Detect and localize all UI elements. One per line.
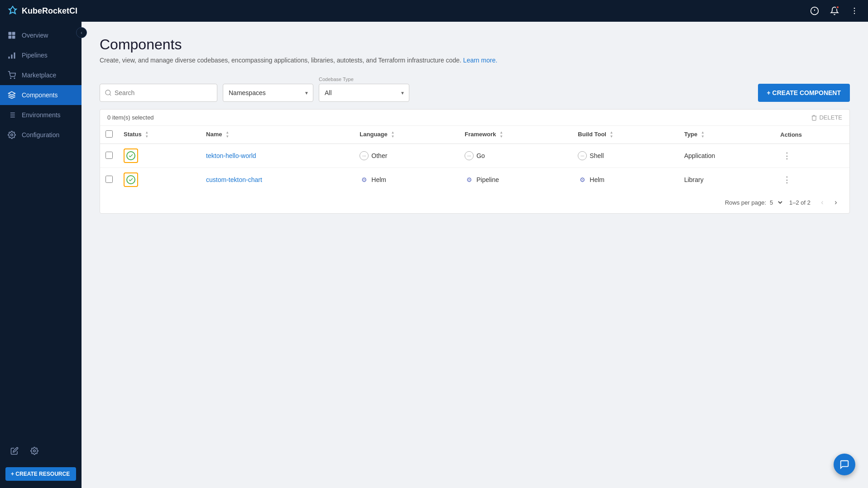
overview-icon [7, 31, 16, 40]
row1-build-tool-icon: ··· [578, 151, 587, 160]
sidebar-item-environments[interactable]: Environments [0, 105, 82, 125]
sidebar-collapse-button[interactable]: ‹ [76, 27, 87, 38]
status-sort-icon[interactable]: ▲▼ [145, 131, 149, 139]
pagination-info: 1–2 of 2 [789, 199, 810, 206]
row2-checkbox[interactable] [106, 176, 113, 183]
sidebar-item-pipelines-label: Pipelines [22, 52, 48, 59]
svg-point-22 [11, 134, 13, 136]
sidebar-item-environments-label: Environments [22, 111, 61, 119]
notification-icon[interactable] [828, 5, 841, 17]
info-icon[interactable] [808, 5, 821, 17]
svg-rect-7 [12, 32, 15, 35]
row1-name-link[interactable]: tekton-hello-world [206, 152, 256, 159]
row1-language-icon: ··· [360, 151, 369, 160]
row2-type-cell: Library [679, 168, 775, 192]
sidebar-item-components[interactable]: Components [0, 85, 82, 105]
row1-actions-cell: ⋮ [775, 144, 849, 168]
sidebar-item-pipelines[interactable]: Pipelines [0, 45, 82, 65]
row1-checkbox[interactable] [106, 152, 113, 159]
sidebar-item-components-label: Components [22, 91, 58, 99]
svg-rect-6 [9, 32, 12, 35]
header-actions: Actions [775, 126, 849, 144]
row2-build-tool-icon: ⚙ [578, 175, 587, 184]
table-row: custom-tekton-chart ⚙ Helm ⚙ Pipeline [100, 168, 849, 192]
create-resource-button[interactable]: + CREATE RESOURCE [5, 467, 76, 481]
svg-rect-12 [14, 53, 15, 59]
name-sort-icon[interactable]: ▲▼ [225, 131, 229, 139]
rows-per-page-select[interactable]: 5 10 25 [768, 199, 784, 206]
learn-more-link[interactable]: Learn more. [463, 57, 497, 64]
header-checkbox-col [100, 126, 118, 144]
row1-checkbox-cell [100, 144, 118, 168]
row1-framework-cell: ··· Go [459, 144, 572, 168]
delete-button[interactable]: DELETE [811, 114, 842, 121]
delete-label: DELETE [819, 114, 842, 121]
row2-framework-icon: ⚙ [465, 175, 474, 184]
navbar: KubeRocketCI [0, 0, 868, 22]
row2-status-check [126, 175, 135, 184]
marketplace-icon [7, 71, 16, 80]
row1-build-tool: ··· Shell [578, 151, 673, 160]
app-brand[interactable]: KubeRocketCI [7, 5, 77, 16]
sidebar-item-marketplace-label: Marketplace [22, 72, 56, 79]
select-all-checkbox[interactable] [106, 130, 113, 138]
svg-point-23 [34, 450, 36, 452]
sidebar-item-marketplace[interactable]: Marketplace [0, 65, 82, 85]
row2-name-link[interactable]: custom-tekton-chart [206, 176, 262, 183]
type-sort-icon[interactable]: ▲▼ [701, 131, 705, 139]
items-selected-label: 0 item(s) selected [107, 114, 154, 121]
sidebar: ‹ Overview Pipelines [0, 22, 82, 488]
svg-point-4 [854, 10, 855, 12]
row1-status-indicator [124, 148, 138, 163]
svg-rect-9 [12, 36, 15, 39]
svg-point-14 [14, 78, 15, 79]
search-box[interactable] [100, 84, 217, 102]
environments-icon [7, 110, 16, 120]
namespaces-select[interactable]: Namespaces [223, 84, 313, 102]
chat-fab[interactable] [834, 454, 855, 475]
settings-icon[interactable] [27, 444, 42, 458]
row1-name-cell: tekton-hello-world [201, 144, 354, 168]
row1-framework-icon: ··· [465, 151, 474, 160]
row2-language-cell: ⚙ Helm [354, 168, 459, 192]
codebase-type-select[interactable]: All Application Library Autotest [319, 84, 409, 102]
row1-status-check [126, 151, 135, 160]
namespaces-select-wrapper: Namespaces [223, 84, 313, 102]
page-description-text: Create, view, and manage diverse codebas… [100, 57, 461, 64]
rows-per-page-label: Rows per page: [725, 199, 766, 206]
page-description: Create, view, and manage diverse codebas… [100, 57, 850, 64]
svg-point-13 [10, 78, 11, 79]
svg-point-24 [106, 90, 110, 95]
row1-actions-button[interactable]: ⋮ [780, 150, 794, 162]
header-type: Type ▲▼ [679, 126, 775, 144]
more-menu-icon[interactable] [848, 5, 861, 17]
row2-actions-button[interactable]: ⋮ [780, 174, 794, 186]
header-language: Language ▲▼ [354, 126, 459, 144]
row2-build-tool-cell: ⚙ Helm [572, 168, 679, 192]
header-name: Name ▲▼ [201, 126, 354, 144]
main-content: Components Create, view, and manage dive… [82, 22, 868, 488]
configuration-icon [7, 130, 16, 139]
header-status: Status ▲▼ [118, 126, 201, 144]
sidebar-item-overview[interactable]: Overview [0, 25, 82, 45]
framework-sort-icon[interactable]: ▲▼ [499, 131, 503, 139]
sidebar-item-configuration-label: Configuration [22, 131, 59, 139]
row2-status-cell [118, 168, 201, 192]
sidebar-item-configuration[interactable]: Configuration [0, 125, 82, 145]
pagination-next-button[interactable]: › [830, 196, 842, 209]
svg-marker-15 [9, 92, 15, 96]
pipelines-icon [7, 51, 16, 60]
create-component-button[interactable]: + CREATE COMPONENT [758, 84, 850, 102]
notification-dot [836, 5, 839, 9]
search-input[interactable] [115, 89, 212, 96]
build-tool-sort-icon[interactable]: ▲▼ [610, 131, 614, 139]
header-build-tool: Build Tool ▲▼ [572, 126, 679, 144]
pagination-prev-button[interactable]: ‹ [816, 196, 829, 209]
row2-language: ⚙ Helm [360, 175, 454, 184]
navbar-icons [808, 5, 861, 17]
language-sort-icon[interactable]: ▲▼ [391, 131, 394, 139]
edit-icon[interactable] [7, 444, 22, 458]
row2-actions-cell: ⋮ [775, 168, 849, 192]
rows-per-page: Rows per page: 5 10 25 [725, 199, 784, 206]
table-row: tekton-hello-world ··· Other ··· Go [100, 144, 849, 168]
